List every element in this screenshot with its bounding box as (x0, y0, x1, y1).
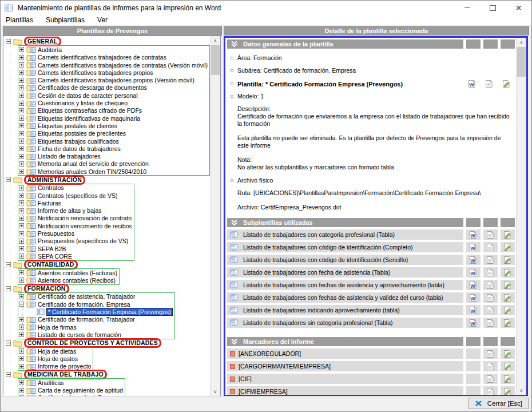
expand-expander-icon[interactable]: + (19, 324, 24, 330)
action-cell[interactable] (501, 361, 515, 371)
row-label-cell[interactable]: Listado de trabajadores con código de id… (227, 242, 463, 252)
action-cell[interactable] (501, 374, 515, 384)
expand-expander-icon[interactable]: + (19, 131, 24, 136)
action-cell[interactable] (466, 386, 481, 395)
expand-expander-icon[interactable]: + (19, 185, 24, 191)
menu-subplantillas[interactable]: Subplantillas (46, 16, 85, 24)
tree-item[interactable]: +Carnets identificativos trabajadores de… (19, 54, 208, 61)
tree-item[interactable]: +Informe de altas y bajas (19, 207, 132, 215)
tree-item[interactable]: +Certificado de asistencia. Trabajador (19, 293, 173, 300)
scroll-down-icon[interactable]: ∨ (211, 387, 220, 396)
action-cell[interactable]: W (466, 242, 481, 252)
expand-expander-icon[interactable]: + (19, 239, 24, 244)
tree-item[interactable]: −Certificado de formación. Empresa (19, 300, 173, 308)
expand-expander-icon[interactable]: + (19, 364, 24, 369)
scroll-track[interactable] (211, 45, 220, 387)
tree-item[interactable]: +Asientos contables (Recibos) (19, 276, 117, 284)
expand-expander-icon[interactable]: + (19, 47, 24, 52)
expand-expander-icon[interactable]: + (19, 208, 24, 213)
action-cell[interactable] (483, 374, 498, 384)
tree-item[interactable]: +Notificación renovación de contrato (19, 215, 132, 222)
action-cell[interactable] (501, 348, 515, 359)
scroll-thumb[interactable] (211, 45, 220, 75)
tree-item[interactable]: +SEPA CORE (19, 252, 132, 260)
tree-item[interactable]: +Hoja de firmas (19, 323, 173, 331)
tree-item[interactable]: +Carta de seguimiento de aptitud (19, 386, 123, 394)
tree-item[interactable]: +Contratos (19, 184, 132, 192)
action-cell[interactable] (501, 267, 515, 278)
row-label-cell[interactable]: Listado de trabajadores con categoria pr… (227, 229, 463, 240)
view-document-icon[interactable] (485, 80, 493, 88)
tree-item[interactable]: +Etiquetas trabajos cualificados (19, 137, 208, 145)
collapse-expander-icon[interactable]: − (6, 340, 11, 346)
row-label-cell[interactable]: Listado de trabajadores sin categoria pr… (227, 318, 463, 328)
expand-expander-icon[interactable]: + (19, 216, 24, 221)
action-cell[interactable] (483, 292, 498, 303)
row-label-cell[interactable]: Listado de trabajadores indicando aprove… (227, 305, 463, 315)
scroll-up-icon[interactable]: ∧ (211, 36, 220, 45)
action-cell[interactable] (483, 305, 498, 315)
expand-expander-icon[interactable]: + (19, 356, 24, 361)
action-cell[interactable] (483, 267, 498, 278)
expand-expander-icon[interactable]: + (19, 138, 24, 144)
action-cell[interactable] (466, 348, 481, 359)
expand-expander-icon[interactable]: + (19, 169, 24, 174)
section-title-bar[interactable]: Subplantillas utilizadas (227, 218, 463, 227)
tree-item[interactable]: +Ficha de datos de trabajadores (19, 145, 208, 152)
tree-item[interactable]: +Presupuestos (específicos de VS) (19, 237, 132, 245)
expand-expander-icon[interactable]: + (19, 317, 24, 322)
tree-item[interactable]: +Etiquetas identificativas de maquinaria (19, 114, 208, 122)
action-cell[interactable] (483, 242, 498, 252)
action-cell[interactable] (501, 229, 515, 240)
action-cell[interactable] (501, 255, 515, 265)
tree-item[interactable]: +Certificados de descarga de documentos (19, 84, 208, 92)
scroll-up-icon[interactable]: ∧ (517, 38, 526, 47)
collapse-expander-icon[interactable]: − (19, 302, 24, 307)
tree-item[interactable]: +Carnets identificativos trabajadores pr… (19, 69, 208, 76)
section-title-bar[interactable]: Datos generales de la plantilla (227, 39, 463, 49)
tree-group-row[interactable]: −CONTROL DE PROYECTOS Y ACTIVIDADES (6, 339, 210, 347)
scroll-thumb[interactable] (517, 47, 526, 77)
expand-expander-icon[interactable]: + (19, 348, 24, 354)
row-label-cell[interactable]: Listado de trabajadores con fechas de as… (227, 292, 463, 303)
action-cell[interactable] (501, 280, 515, 290)
menu-ver[interactable]: Ver (97, 16, 108, 24)
tree-item[interactable]: +SEPA B2B (19, 245, 132, 252)
tree-item[interactable]: +Memorias anuales Orden TIN/2504/2010 (19, 168, 208, 175)
expand-expander-icon[interactable]: + (19, 294, 24, 299)
tree-group-row[interactable]: −GENERAL (6, 38, 210, 45)
action-cell[interactable] (483, 348, 498, 359)
expand-expander-icon[interactable]: + (19, 161, 24, 167)
action-cell[interactable] (483, 229, 498, 240)
close-button[interactable]: ✕ (506, 1, 531, 15)
tree-item[interactable]: +Certificado de formación. Trabajador (19, 316, 173, 323)
tree-subitem[interactable]: * Certificado Formación Empresa (Preveng… (29, 308, 173, 315)
action-cell[interactable] (483, 386, 498, 395)
expand-expander-icon[interactable]: + (19, 85, 24, 90)
row-label-cell[interactable]: Listado de trabajadores con fechas de as… (227, 280, 463, 290)
tree-item[interactable]: +Contratos (específicos de VS) (19, 192, 132, 199)
expand-expander-icon[interactable]: + (19, 231, 24, 236)
tree-group-row[interactable]: −MEDICINA DEL TRABAJO (6, 371, 210, 378)
open-word-icon[interactable]: W (467, 80, 476, 88)
expand-expander-icon[interactable]: + (19, 388, 24, 393)
tree-item[interactable]: +Etiquetas contraseñas cifrado de PDFs (19, 107, 208, 114)
action-cell[interactable] (501, 292, 515, 303)
tree-item[interactable]: +Presupuestos (19, 229, 132, 237)
tree-item[interactable]: +Facturas (19, 199, 132, 207)
tree-item[interactable]: +Carnets identificativos trabajadores pr… (19, 76, 208, 84)
action-cell[interactable]: W (466, 229, 481, 240)
row-label-cell[interactable]: [ANEXOREGULADOR] (227, 348, 463, 359)
action-cell[interactable]: W (466, 292, 481, 303)
action-cell[interactable]: W (466, 318, 481, 328)
action-cell[interactable] (501, 305, 515, 315)
collapse-expander-icon[interactable]: − (6, 177, 11, 182)
tree-item[interactable]: +Listado de trabajadores (19, 152, 208, 160)
expand-expander-icon[interactable]: + (19, 270, 24, 275)
minimize-button[interactable] (454, 1, 480, 15)
tree-item[interactable]: +Listado de cursos de formación (19, 331, 173, 338)
action-cell[interactable] (483, 318, 498, 328)
tree-scrollbar[interactable]: ∧ ∨ (210, 36, 220, 396)
row-label-cell[interactable]: [CIFMIEMPRESA] (227, 386, 463, 395)
row-label-cell[interactable]: [CIF] (227, 374, 463, 384)
